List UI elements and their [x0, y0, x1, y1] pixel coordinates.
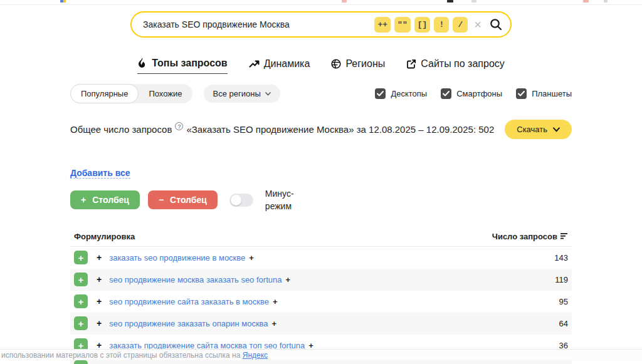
table-row: + + seo продвижение заказать опарин моск… — [70, 313, 572, 335]
checkbox-label: Смартфоны — [456, 89, 502, 98]
globe-icon — [331, 59, 341, 69]
tab-label: Топы запросов — [152, 58, 227, 69]
remove-column-label: Столбец — [170, 195, 207, 205]
region-selector-label: Все регионы — [213, 89, 261, 98]
summary-prefix: Общее число запросов — [70, 124, 172, 135]
search-input[interactable] — [143, 19, 374, 29]
flame-icon — [137, 58, 147, 69]
add-column-label: Столбец — [92, 195, 129, 205]
append-plus-button[interactable]: + — [272, 319, 277, 328]
tab-label: Регионы — [345, 58, 385, 70]
query-type-segmented-control: Популярные Похожие — [70, 84, 192, 103]
bookmark-favicon-fragment — [471, 0, 476, 3]
plus-operator-button[interactable]: + — [97, 252, 102, 263]
search-icon — [489, 18, 503, 31]
total-queries-summary: Общее число запросов ? «Заказать SEO про… — [70, 124, 494, 135]
query-operators: ++ "" [] ! / — [374, 17, 468, 33]
add-column-button[interactable]: + Столбец — [70, 190, 140, 209]
minus-mode-toggle[interactable] — [229, 194, 253, 207]
external-link-icon — [406, 59, 416, 69]
column-header-count-label: Число запросов — [492, 232, 557, 241]
table-row: + + seo продвижение сайта заказать в мос… — [70, 291, 572, 313]
remove-column-button[interactable]: − Столбец — [148, 190, 218, 209]
footer-text: использовании материалов с этой страницы… — [1, 351, 243, 360]
operator-slash-button[interactable]: / — [453, 17, 468, 33]
copyright-footer: использовании материалов с этой страницы… — [0, 349, 642, 360]
plus-icon: + — [81, 195, 86, 205]
browser-chrome-edge — [0, 0, 642, 5]
plus-operator-button[interactable]: + — [97, 274, 102, 284]
checkbox-smartphones[interactable]: Смартфоны — [441, 88, 502, 99]
section-tabs: Топы запросов Динамика Регионы — [0, 58, 642, 74]
add-query-button[interactable]: + — [74, 251, 88, 264]
tab-sajty-po-zaprosu[interactable]: Сайты по запросу — [406, 58, 505, 74]
device-filters: Десктопы Смартфоны Планшеты — [375, 88, 572, 99]
bookmark-favicon-fragment — [604, 0, 608, 3]
download-button-label: Скачать — [517, 125, 547, 134]
query-link[interactable]: seo продвижение сайта заказать в москве — [109, 297, 269, 306]
tab-label: Сайты по запросу — [421, 58, 505, 70]
table-body: + + заказать seo продвижение в москве + … — [70, 247, 572, 364]
checkbox-tablets[interactable]: Планшеты — [516, 88, 572, 99]
append-plus-button[interactable]: + — [273, 297, 278, 306]
minus-icon: − — [159, 195, 164, 205]
chevron-down-icon — [265, 91, 271, 96]
add-query-button[interactable]: + — [74, 316, 88, 330]
operator-plus-plus-button[interactable]: ++ — [374, 17, 391, 33]
bookmark-favicon-fragment — [63, 0, 66, 3]
add-query-button[interactable]: + — [74, 360, 88, 364]
checkbox-label: Планшеты — [532, 89, 572, 98]
clear-search-icon[interactable]: × — [474, 18, 482, 31]
info-icon[interactable]: ? — [175, 122, 183, 130]
query-count: 119 — [555, 275, 568, 284]
operator-brackets-button[interactable]: [] — [414, 17, 431, 33]
column-header-query: Формулировка — [74, 232, 135, 241]
chevron-down-icon — [553, 126, 560, 133]
add-query-button[interactable]: + — [74, 273, 88, 286]
query-count: 143 — [554, 253, 568, 263]
table-row: + + заказать seo продвижение в москве + … — [70, 247, 572, 269]
toggle-knob — [231, 195, 241, 205]
tab-dinamika[interactable]: Динамика — [249, 58, 310, 74]
append-plus-button[interactable]: + — [285, 275, 290, 284]
bookmark-favicon-fragment — [342, 0, 347, 3]
query-count: 95 — [559, 297, 568, 306]
plus-operator-button[interactable]: + — [97, 318, 102, 328]
query-link[interactable]: seo продвижение заказать опарин москва — [109, 319, 268, 328]
search-bar: ++ "" [] ! / × — [130, 11, 512, 38]
minus-mode-label: Минус-режим — [265, 187, 304, 213]
query-count: 64 — [559, 319, 568, 328]
operator-exclamation-button[interactable]: ! — [434, 17, 449, 33]
trend-icon — [249, 59, 260, 68]
query-link[interactable]: seo продвижение москва заказать seo fort… — [109, 275, 282, 284]
sort-icon — [560, 233, 568, 239]
queries-table: Формулировка Число запросов + + заказать… — [70, 228, 572, 364]
tab-label: Динамика — [264, 58, 310, 70]
bookmark-favicon-fragment — [447, 0, 453, 3]
checkbox-checked-icon — [441, 88, 451, 99]
yandex-link[interactable]: Яндекс — [243, 351, 268, 360]
checkbox-checked-icon — [516, 88, 527, 99]
region-selector[interactable]: Все регионы — [204, 85, 280, 103]
query-link[interactable]: заказать seo продвижение в москве — [109, 253, 245, 263]
operator-quotes-button[interactable]: "" — [394, 17, 411, 33]
checkbox-label: Десктопы — [391, 89, 427, 98]
bookmark-favicon-fragment — [583, 0, 589, 3]
append-plus-button[interactable]: + — [249, 253, 254, 263]
segment-popular[interactable]: Популярные — [70, 84, 139, 103]
tab-tops-zaprosov[interactable]: Топы запросов — [137, 58, 227, 74]
add-all-link[interactable]: Добавить все — [70, 168, 130, 179]
checkbox-checked-icon — [375, 88, 386, 99]
add-query-button[interactable]: + — [74, 294, 88, 308]
segment-similar[interactable]: Похожие — [139, 84, 192, 103]
table-row: + + seo продвижение москва заказать seo … — [70, 269, 572, 291]
wordstat-page: ++ "" [] ! / × Топы — [0, 11, 642, 360]
download-button[interactable]: Скачать — [505, 120, 572, 139]
plus-operator-button[interactable]: + — [97, 296, 102, 306]
summary-query-period-count: «Заказать SEO продвижение Москва» за 12.… — [186, 124, 494, 135]
search-submit-button[interactable] — [489, 18, 503, 31]
tab-regiony[interactable]: Регионы — [331, 58, 385, 74]
column-header-count[interactable]: Число запросов — [492, 232, 568, 241]
checkbox-desktops[interactable]: Десктопы — [375, 88, 427, 99]
